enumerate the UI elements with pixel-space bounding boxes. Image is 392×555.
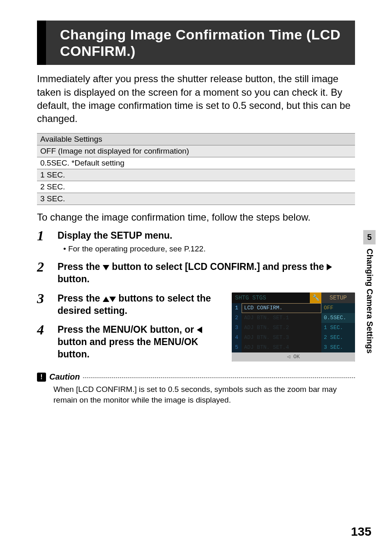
step-number-2: 2 bbox=[37, 259, 44, 275]
step-head: Display the SETUP menu. bbox=[58, 230, 355, 242]
left-triangle-icon bbox=[197, 327, 202, 333]
settings-header: Available Settings bbox=[37, 133, 355, 145]
screen-header-right: SETUP bbox=[321, 292, 355, 303]
dash-rule bbox=[83, 378, 355, 378]
text: button to select [LCD CONFIRM.] and pres… bbox=[112, 261, 327, 272]
intro-paragraph: Immediately after you press the shutter … bbox=[37, 72, 355, 126]
step-number-4: 4 bbox=[37, 322, 44, 338]
steps-list: 1 Display the SETUP menu. For the operat… bbox=[37, 230, 355, 361]
caution-icon: ! bbox=[37, 373, 46, 382]
step-4: 4 Press the MENU/OK button, or button an… bbox=[37, 324, 230, 361]
text: Press the bbox=[58, 293, 103, 304]
table-row: 2 SEC. bbox=[37, 181, 355, 193]
down-triangle-icon bbox=[103, 265, 109, 270]
step-head: Press the button to select [LCD CONFIRM.… bbox=[58, 261, 355, 286]
table-row: 3 SEC. bbox=[37, 193, 355, 205]
screen-footer: ◁ OK bbox=[232, 352, 355, 362]
screen-option-values: OFF 0.5SEC. 1 SEC. 2 SEC. 3 SEC. bbox=[321, 303, 355, 352]
follow-text: To change the image confirmation time, f… bbox=[37, 212, 355, 223]
down-triangle-icon bbox=[109, 297, 116, 302]
caution-label: Caution bbox=[49, 372, 80, 382]
step-1: 1 Display the SETUP menu. For the operat… bbox=[37, 230, 355, 253]
text: Press the bbox=[58, 261, 103, 272]
text: button and press the MENU/OK button. bbox=[58, 336, 198, 359]
chapter-number: 5 bbox=[363, 230, 376, 244]
table-row: 0.5SEC. *Default setting bbox=[37, 157, 355, 169]
screen-row-numbers: 1 2 3 4 5 bbox=[232, 303, 242, 352]
available-settings-table: Available Settings OFF (Image not displa… bbox=[37, 133, 355, 205]
step-sub: For the operating procedure, see P.122. bbox=[63, 244, 355, 253]
text: Press the MENU/OK button, or bbox=[58, 324, 197, 335]
chapter-label: Changing Camera Settings bbox=[365, 249, 374, 354]
caution-block: ! Caution When [LCD CONFIRM.] is set to … bbox=[37, 372, 355, 405]
text: button. bbox=[58, 274, 90, 284]
step-2: 2 Press the button to select [LCD CONFIR… bbox=[37, 261, 355, 286]
up-triangle-icon bbox=[103, 297, 109, 302]
step-number-1: 1 bbox=[37, 228, 44, 244]
table-row: OFF (Image not displayed for confirmatio… bbox=[37, 145, 355, 157]
wrench-icon: 🔧 bbox=[310, 292, 321, 303]
side-tab: 5 Changing Camera Settings bbox=[363, 230, 376, 354]
page-number: 135 bbox=[351, 525, 371, 539]
screen-header-left: SHTG STGS bbox=[232, 292, 310, 303]
section-title: Changing Image Confirmation Time (LCD CO… bbox=[60, 26, 348, 59]
screen-menu-items: LCD CONFIRM. ADJ BTN. SET.1 ADJ BTN. SET… bbox=[242, 303, 321, 352]
step-head: Press the buttons to select the desired … bbox=[58, 292, 224, 317]
table-row: 1 SEC. bbox=[37, 169, 355, 181]
step-number-3: 3 bbox=[37, 291, 44, 306]
step-head: Press the MENU/OK button, or button and … bbox=[58, 324, 230, 361]
camera-setup-screen: SHTG STGS 🔧 SETUP 1 2 3 4 5 LC bbox=[232, 292, 355, 362]
right-triangle-icon bbox=[327, 264, 332, 270]
section-title-block: Changing Image Confirmation Time (LCD CO… bbox=[37, 21, 355, 65]
caution-text: When [LCD CONFIRM.] is set to 0.5 second… bbox=[53, 384, 355, 405]
